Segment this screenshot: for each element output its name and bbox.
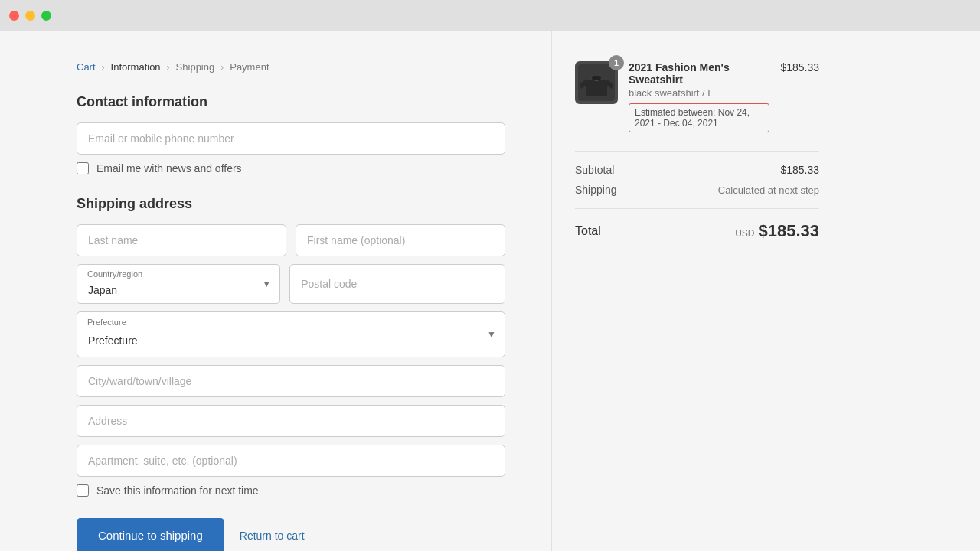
address-input[interactable] xyxy=(77,405,505,437)
item-price: $185.33 xyxy=(780,61,819,73)
prefecture-wrapper: Prefecture Prefecture ▼ xyxy=(77,311,505,357)
newsletter-checkbox[interactable] xyxy=(77,162,89,174)
country-postal-row: Country/region Japan ▼ xyxy=(77,264,505,304)
titlebar xyxy=(0,0,980,31)
left-panel: Cart › Information › Shipping › Payment … xyxy=(0,31,551,551)
right-panel: 1 2021 Fashion Men's Sweatshirt black sw… xyxy=(551,31,842,551)
newsletter-label[interactable]: Email me with news and offers xyxy=(96,162,242,174)
shipping-row: Shipping Calculated at next step xyxy=(575,184,819,196)
save-info-checkbox[interactable] xyxy=(77,484,89,497)
maximize-button[interactable] xyxy=(41,11,51,21)
breadcrumb-shipping: Shipping xyxy=(176,61,215,73)
shipping-section-title: Shipping address xyxy=(77,196,505,212)
currency-label: USD xyxy=(735,228,754,239)
save-info-label[interactable]: Save this information for next time xyxy=(96,484,259,497)
first-name-input[interactable] xyxy=(296,224,505,256)
prefecture-select[interactable]: Prefecture xyxy=(77,311,505,357)
breadcrumb-cart[interactable]: Cart xyxy=(77,61,96,73)
minimize-button[interactable] xyxy=(25,11,35,21)
breadcrumb-sep-1: › xyxy=(102,62,105,73)
newsletter-row: Email me with news and offers xyxy=(77,162,505,174)
save-info-row: Save this information for next time xyxy=(77,484,505,497)
page-container: Cart › Information › Shipping › Payment … xyxy=(0,31,980,551)
item-badge: 1 xyxy=(609,55,624,70)
contact-section-title: Contact information xyxy=(77,94,505,110)
total-label: Total xyxy=(575,224,601,238)
breadcrumb-information: Information xyxy=(111,61,161,73)
apt-input[interactable] xyxy=(77,445,505,477)
breadcrumb: Cart › Information › Shipping › Payment xyxy=(77,61,505,73)
delivery-estimate: Estimated between: Nov 24, 2021 - Dec 04… xyxy=(629,103,769,132)
city-input[interactable] xyxy=(77,365,505,397)
subtotal-value: $185.33 xyxy=(780,164,819,176)
divider-2 xyxy=(575,208,819,209)
product-variant: black sweatshirt / L xyxy=(629,87,769,99)
total-amount: $185.33 xyxy=(758,221,819,241)
total-row: Total USD $185.33 xyxy=(575,221,819,241)
continue-button[interactable]: Continue to shipping xyxy=(77,518,224,551)
svg-rect-4 xyxy=(592,76,601,80)
divider-1 xyxy=(575,151,819,152)
postal-input[interactable] xyxy=(289,264,505,304)
country-wrapper: Country/region Japan ▼ xyxy=(77,264,280,304)
svg-rect-1 xyxy=(586,80,607,96)
breadcrumb-payment: Payment xyxy=(230,61,269,73)
order-item: 1 2021 Fashion Men's Sweatshirt black sw… xyxy=(575,61,819,132)
product-name: 2021 Fashion Men's Sweatshirt xyxy=(629,61,769,86)
product-image-wrapper: 1 xyxy=(575,61,618,104)
breadcrumb-sep-2: › xyxy=(167,62,170,73)
email-input[interactable] xyxy=(77,122,505,155)
order-item-details: 2021 Fashion Men's Sweatshirt black swea… xyxy=(629,61,769,132)
subtotal-row: Subtotal $185.33 xyxy=(575,164,819,176)
close-button[interactable] xyxy=(9,11,19,21)
country-select[interactable]: Japan xyxy=(77,264,280,304)
shipping-label: Shipping xyxy=(575,184,617,196)
name-row xyxy=(77,224,505,256)
button-row: Continue to shipping Return to cart xyxy=(77,518,505,551)
breadcrumb-sep-3: › xyxy=(220,62,224,73)
total-price-wrapper: USD $185.33 xyxy=(735,221,819,241)
last-name-input[interactable] xyxy=(77,224,286,256)
subtotal-label: Subtotal xyxy=(575,164,614,176)
shipping-value: Calculated at next step xyxy=(718,184,819,196)
return-cart-link[interactable]: Return to cart xyxy=(240,530,305,542)
product-image-icon xyxy=(578,64,615,101)
